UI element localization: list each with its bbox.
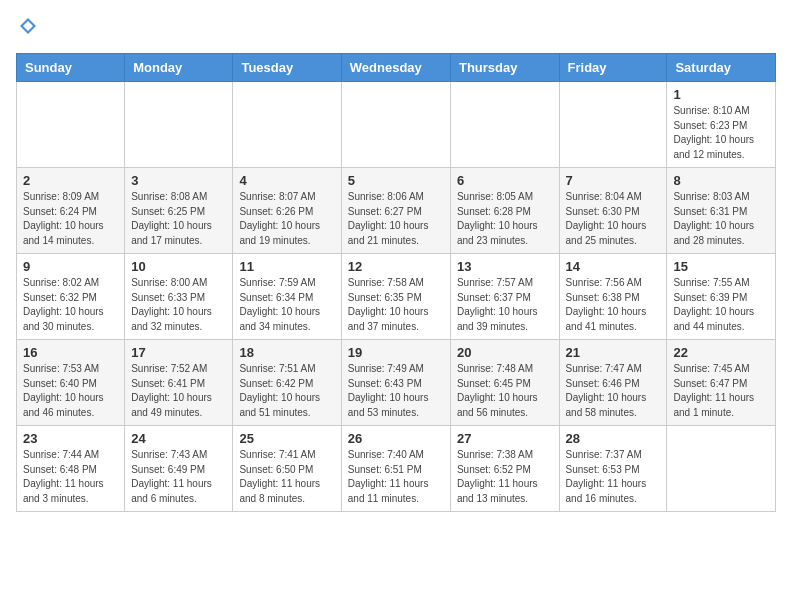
day-info: Sunrise: 7:49 AM Sunset: 6:43 PM Dayligh…: [348, 362, 444, 420]
week-row-3: 9Sunrise: 8:02 AM Sunset: 6:32 PM Daylig…: [17, 254, 776, 340]
calendar-table: SundayMondayTuesdayWednesdayThursdayFrid…: [16, 53, 776, 512]
day-cell: 25Sunrise: 7:41 AM Sunset: 6:50 PM Dayli…: [233, 426, 341, 512]
day-cell: 18Sunrise: 7:51 AM Sunset: 6:42 PM Dayli…: [233, 340, 341, 426]
day-cell: 7Sunrise: 8:04 AM Sunset: 6:30 PM Daylig…: [559, 168, 667, 254]
day-info: Sunrise: 7:41 AM Sunset: 6:50 PM Dayligh…: [239, 448, 334, 506]
day-info: Sunrise: 7:56 AM Sunset: 6:38 PM Dayligh…: [566, 276, 661, 334]
day-cell: 10Sunrise: 8:00 AM Sunset: 6:33 PM Dayli…: [125, 254, 233, 340]
day-info: Sunrise: 7:52 AM Sunset: 6:41 PM Dayligh…: [131, 362, 226, 420]
day-cell: 17Sunrise: 7:52 AM Sunset: 6:41 PM Dayli…: [125, 340, 233, 426]
calendar-header-row: SundayMondayTuesdayWednesdayThursdayFrid…: [17, 54, 776, 82]
day-cell: [341, 82, 450, 168]
day-info: Sunrise: 7:43 AM Sunset: 6:49 PM Dayligh…: [131, 448, 226, 506]
day-info: Sunrise: 8:10 AM Sunset: 6:23 PM Dayligh…: [673, 104, 769, 162]
day-info: Sunrise: 7:48 AM Sunset: 6:45 PM Dayligh…: [457, 362, 553, 420]
day-info: Sunrise: 8:09 AM Sunset: 6:24 PM Dayligh…: [23, 190, 118, 248]
day-info: Sunrise: 7:40 AM Sunset: 6:51 PM Dayligh…: [348, 448, 444, 506]
day-info: Sunrise: 7:53 AM Sunset: 6:40 PM Dayligh…: [23, 362, 118, 420]
day-info: Sunrise: 7:59 AM Sunset: 6:34 PM Dayligh…: [239, 276, 334, 334]
day-info: Sunrise: 7:51 AM Sunset: 6:42 PM Dayligh…: [239, 362, 334, 420]
week-row-5: 23Sunrise: 7:44 AM Sunset: 6:48 PM Dayli…: [17, 426, 776, 512]
logo: [16, 16, 38, 41]
day-cell: 28Sunrise: 7:37 AM Sunset: 6:53 PM Dayli…: [559, 426, 667, 512]
column-header-thursday: Thursday: [450, 54, 559, 82]
day-number: 20: [457, 345, 553, 360]
day-cell: 15Sunrise: 7:55 AM Sunset: 6:39 PM Dayli…: [667, 254, 776, 340]
day-cell: [450, 82, 559, 168]
day-cell: 4Sunrise: 8:07 AM Sunset: 6:26 PM Daylig…: [233, 168, 341, 254]
column-header-saturday: Saturday: [667, 54, 776, 82]
day-info: Sunrise: 8:03 AM Sunset: 6:31 PM Dayligh…: [673, 190, 769, 248]
day-cell: 6Sunrise: 8:05 AM Sunset: 6:28 PM Daylig…: [450, 168, 559, 254]
day-cell: 9Sunrise: 8:02 AM Sunset: 6:32 PM Daylig…: [17, 254, 125, 340]
day-info: Sunrise: 7:57 AM Sunset: 6:37 PM Dayligh…: [457, 276, 553, 334]
day-number: 27: [457, 431, 553, 446]
day-cell: 26Sunrise: 7:40 AM Sunset: 6:51 PM Dayli…: [341, 426, 450, 512]
day-cell: 21Sunrise: 7:47 AM Sunset: 6:46 PM Dayli…: [559, 340, 667, 426]
day-number: 16: [23, 345, 118, 360]
day-info: Sunrise: 7:47 AM Sunset: 6:46 PM Dayligh…: [566, 362, 661, 420]
day-number: 18: [239, 345, 334, 360]
column-header-tuesday: Tuesday: [233, 54, 341, 82]
day-info: Sunrise: 7:45 AM Sunset: 6:47 PM Dayligh…: [673, 362, 769, 420]
day-number: 3: [131, 173, 226, 188]
column-header-friday: Friday: [559, 54, 667, 82]
day-number: 10: [131, 259, 226, 274]
day-cell: 12Sunrise: 7:58 AM Sunset: 6:35 PM Dayli…: [341, 254, 450, 340]
day-number: 1: [673, 87, 769, 102]
day-info: Sunrise: 8:05 AM Sunset: 6:28 PM Dayligh…: [457, 190, 553, 248]
day-info: Sunrise: 7:37 AM Sunset: 6:53 PM Dayligh…: [566, 448, 661, 506]
day-info: Sunrise: 7:44 AM Sunset: 6:48 PM Dayligh…: [23, 448, 118, 506]
day-info: Sunrise: 8:06 AM Sunset: 6:27 PM Dayligh…: [348, 190, 444, 248]
day-cell: [125, 82, 233, 168]
day-info: Sunrise: 8:02 AM Sunset: 6:32 PM Dayligh…: [23, 276, 118, 334]
logo-icon: [18, 16, 38, 36]
day-info: Sunrise: 7:55 AM Sunset: 6:39 PM Dayligh…: [673, 276, 769, 334]
day-number: 26: [348, 431, 444, 446]
day-number: 25: [239, 431, 334, 446]
day-cell: 19Sunrise: 7:49 AM Sunset: 6:43 PM Dayli…: [341, 340, 450, 426]
day-info: Sunrise: 8:08 AM Sunset: 6:25 PM Dayligh…: [131, 190, 226, 248]
day-number: 21: [566, 345, 661, 360]
day-cell: [667, 426, 776, 512]
day-cell: 27Sunrise: 7:38 AM Sunset: 6:52 PM Dayli…: [450, 426, 559, 512]
day-number: 15: [673, 259, 769, 274]
column-header-sunday: Sunday: [17, 54, 125, 82]
logo-text: [16, 16, 38, 41]
week-row-4: 16Sunrise: 7:53 AM Sunset: 6:40 PM Dayli…: [17, 340, 776, 426]
day-info: Sunrise: 7:38 AM Sunset: 6:52 PM Dayligh…: [457, 448, 553, 506]
day-number: 11: [239, 259, 334, 274]
day-number: 8: [673, 173, 769, 188]
day-cell: [233, 82, 341, 168]
day-number: 2: [23, 173, 118, 188]
day-cell: 2Sunrise: 8:09 AM Sunset: 6:24 PM Daylig…: [17, 168, 125, 254]
day-info: Sunrise: 8:00 AM Sunset: 6:33 PM Dayligh…: [131, 276, 226, 334]
day-cell: 11Sunrise: 7:59 AM Sunset: 6:34 PM Dayli…: [233, 254, 341, 340]
day-cell: 20Sunrise: 7:48 AM Sunset: 6:45 PM Dayli…: [450, 340, 559, 426]
day-cell: [17, 82, 125, 168]
day-number: 9: [23, 259, 118, 274]
week-row-1: 1Sunrise: 8:10 AM Sunset: 6:23 PM Daylig…: [17, 82, 776, 168]
day-number: 28: [566, 431, 661, 446]
day-cell: 3Sunrise: 8:08 AM Sunset: 6:25 PM Daylig…: [125, 168, 233, 254]
day-number: 17: [131, 345, 226, 360]
day-number: 4: [239, 173, 334, 188]
day-number: 7: [566, 173, 661, 188]
day-cell: 13Sunrise: 7:57 AM Sunset: 6:37 PM Dayli…: [450, 254, 559, 340]
day-number: 24: [131, 431, 226, 446]
day-info: Sunrise: 8:04 AM Sunset: 6:30 PM Dayligh…: [566, 190, 661, 248]
day-cell: 22Sunrise: 7:45 AM Sunset: 6:47 PM Dayli…: [667, 340, 776, 426]
day-cell: 23Sunrise: 7:44 AM Sunset: 6:48 PM Dayli…: [17, 426, 125, 512]
day-number: 13: [457, 259, 553, 274]
day-cell: [559, 82, 667, 168]
day-cell: 8Sunrise: 8:03 AM Sunset: 6:31 PM Daylig…: [667, 168, 776, 254]
column-header-wednesday: Wednesday: [341, 54, 450, 82]
day-number: 23: [23, 431, 118, 446]
day-number: 6: [457, 173, 553, 188]
day-cell: 16Sunrise: 7:53 AM Sunset: 6:40 PM Dayli…: [17, 340, 125, 426]
day-cell: 24Sunrise: 7:43 AM Sunset: 6:49 PM Dayli…: [125, 426, 233, 512]
page-header: [16, 16, 776, 41]
day-info: Sunrise: 7:58 AM Sunset: 6:35 PM Dayligh…: [348, 276, 444, 334]
day-number: 5: [348, 173, 444, 188]
day-cell: 14Sunrise: 7:56 AM Sunset: 6:38 PM Dayli…: [559, 254, 667, 340]
